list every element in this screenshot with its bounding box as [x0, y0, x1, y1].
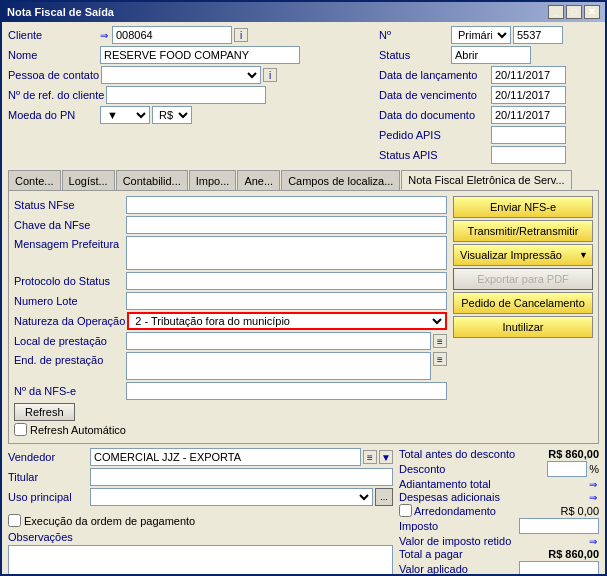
pedido-cancelamento-button[interactable]: Pedido de Cancelamento: [453, 292, 593, 314]
refresh-button[interactable]: Refresh: [14, 403, 75, 421]
despesas-label: Despesas adicionais: [399, 491, 500, 503]
minimize-button[interactable]: _: [548, 5, 564, 19]
nr-ref-label: Nº de ref. do cliente: [8, 89, 104, 101]
moeda-rs-select[interactable]: R$: [152, 106, 192, 124]
data-lancamento-row: Data de lançamento: [379, 66, 599, 84]
moeda-select[interactable]: ▼: [100, 106, 150, 124]
refresh-auto-checkbox[interactable]: [14, 423, 27, 436]
tab-conte[interactable]: Conte...: [8, 170, 61, 190]
observacoes-textarea[interactable]: [8, 545, 393, 574]
transmitir-button[interactable]: Transmitir/Retransmitir: [453, 220, 593, 242]
nome-input[interactable]: [100, 46, 300, 64]
local-info-icon[interactable]: ≡: [433, 334, 447, 348]
visualizar-button[interactable]: Visualizar Impressão ▼: [453, 244, 593, 266]
mensagem-row: Mensagem Prefeitura: [14, 236, 447, 270]
tab-content: Status NFse Chave da NFse Mensagem Prefe…: [8, 190, 599, 444]
tab-campos[interactable]: Campos de localiza...: [281, 170, 400, 190]
status-nfse-label: Status NFse: [14, 199, 124, 211]
data-vencimento-input[interactable]: [491, 86, 566, 104]
protocolo-label: Protocolo do Status: [14, 275, 124, 287]
data-vencimento-label: Data de vencimento: [379, 89, 489, 101]
info-icon[interactable]: i: [234, 28, 248, 42]
local-input[interactable]: [126, 332, 431, 350]
valor-aplicado-input[interactable]: [519, 561, 599, 574]
titular-input[interactable]: [90, 468, 393, 486]
nfse-form: Status NFse Chave da NFse Mensagem Prefe…: [14, 196, 447, 438]
tab-nfse[interactable]: Nota Fiscal Eletrônica de Serv...: [401, 170, 571, 190]
adiantamento-arrow-icon: ⇒: [589, 479, 597, 490]
nr-nfse-input[interactable]: [126, 382, 447, 400]
obs-label: Observações: [8, 531, 393, 543]
window-title: Nota Fiscal de Saída: [7, 6, 114, 18]
natureza-select[interactable]: 2 - Tributação fora do município: [127, 312, 447, 330]
execucao-label: Execução da ordem de pagamento: [24, 515, 195, 527]
mensagem-textarea[interactable]: [126, 236, 447, 270]
nr-input[interactable]: [513, 26, 563, 44]
arredondamento-controls: Arredondamento: [399, 504, 496, 517]
end-label: End. de prestação: [14, 354, 124, 366]
pessoa-info-icon[interactable]: i: [263, 68, 277, 82]
pedido-apis-input[interactable]: [491, 126, 566, 144]
arredondamento-value: R$ 0,00: [560, 505, 599, 517]
observacoes-section: Observações: [8, 531, 393, 574]
pessoa-select[interactable]: [101, 66, 261, 84]
cliente-input[interactable]: [112, 26, 232, 44]
main-window: Nota Fiscal de Saída _ □ ✕ Cliente ⇒ i N…: [0, 0, 607, 576]
total-pagar-label: Total a pagar: [399, 548, 463, 560]
valor-imposto-label: Valor de imposto retido: [399, 535, 511, 547]
refresh-auto-row: Refresh Automático: [14, 423, 447, 436]
desconto-row: Desconto %: [399, 461, 599, 477]
end-textarea[interactable]: [126, 352, 431, 380]
nr-ref-row: Nº de ref. do cliente: [8, 86, 369, 104]
data-lancamento-input[interactable]: [491, 66, 566, 84]
maximize-button[interactable]: □: [566, 5, 582, 19]
close-button[interactable]: ✕: [584, 5, 600, 19]
vendedor-dropdown-icon[interactable]: ▼: [379, 450, 393, 464]
nr-ref-input[interactable]: [106, 86, 266, 104]
mensagem-label: Mensagem Prefeitura: [14, 238, 124, 250]
tab-logist[interactable]: Logíst...: [62, 170, 115, 190]
numero-lote-input[interactable]: [126, 292, 447, 310]
adiantamento-label: Adiantamento total: [399, 478, 491, 490]
pessoa-row: Pessoa de contato i: [8, 66, 369, 84]
tab-impo[interactable]: Impo...: [189, 170, 237, 190]
status-apis-input[interactable]: [491, 146, 566, 164]
valor-aplicado-row: Valor aplicado: [399, 561, 599, 574]
status-apis-row: Status APIS: [379, 146, 599, 164]
protocolo-input[interactable]: [126, 272, 447, 290]
imposto-input[interactable]: [519, 518, 599, 534]
title-bar: Nota Fiscal de Saída _ □ ✕: [2, 2, 605, 22]
total-pagar-value: R$ 860,00: [548, 548, 599, 560]
pedido-apis-row: Pedido APIS: [379, 126, 599, 144]
enviar-nfse-button[interactable]: Enviar NFS-e: [453, 196, 593, 218]
chave-nfse-input[interactable]: [126, 216, 447, 234]
desconto-pct: %: [589, 463, 599, 475]
despesas-row: Despesas adicionais ⇒: [399, 491, 599, 503]
uso-select[interactable]: [90, 488, 373, 506]
inutilizar-button[interactable]: Inutilizar: [453, 316, 593, 338]
vendedor-input[interactable]: [90, 448, 361, 466]
numero-lote-label: Numero Lote: [14, 295, 124, 307]
tabs-row: Conte... Logíst... Contabilid... Impo...…: [8, 170, 599, 190]
header-left: Cliente ⇒ i Nome Pessoa de contato i Nº …: [8, 26, 369, 166]
status-nfse-input[interactable]: [126, 196, 447, 214]
status-input[interactable]: [451, 46, 531, 64]
exportar-button[interactable]: Exportar para PDF: [453, 268, 593, 290]
tab-ane[interactable]: Ane...: [237, 170, 280, 190]
cliente-arrow-icon: ⇒: [100, 30, 108, 41]
nr-row: Nº Primário: [379, 26, 599, 44]
vendedor-info-icon[interactable]: ≡: [363, 450, 377, 464]
execucao-checkbox[interactable]: [8, 514, 21, 527]
end-info-icon[interactable]: ≡: [433, 352, 447, 366]
data-vencimento-row: Data de vencimento: [379, 86, 599, 104]
desconto-input[interactable]: [547, 461, 587, 477]
tab-contabilid[interactable]: Contabilid...: [116, 170, 188, 190]
nr-tipo-select[interactable]: Primário: [451, 26, 511, 44]
execucao-row: Execução da ordem de pagamento: [8, 514, 393, 527]
desconto-controls: %: [547, 461, 599, 477]
imposto-label: Imposto: [399, 520, 438, 532]
arredondamento-checkbox[interactable]: [399, 504, 412, 517]
uso-dots-button[interactable]: ...: [375, 488, 393, 506]
refresh-auto-label: Refresh Automático: [30, 424, 126, 436]
data-documento-input[interactable]: [491, 106, 566, 124]
